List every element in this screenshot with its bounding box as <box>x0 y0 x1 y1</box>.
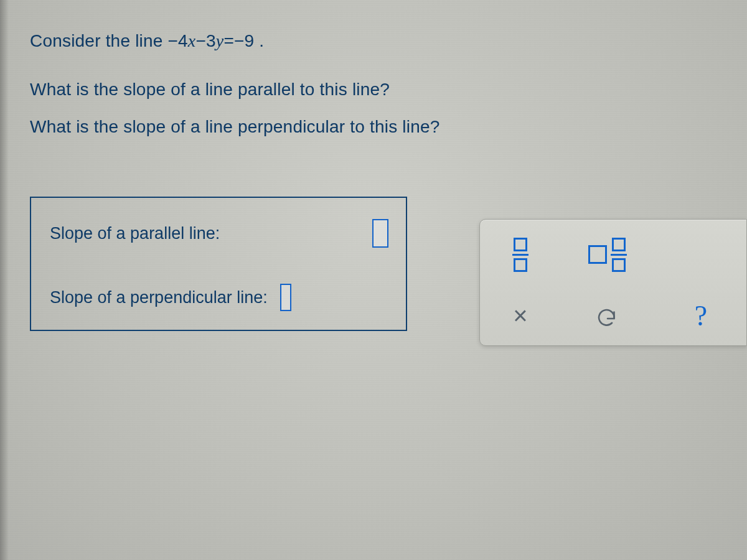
perpendicular-input[interactable] <box>280 284 291 311</box>
perpendicular-label: Slope of a perpendicular line: <box>50 288 268 307</box>
parallel-row: Slope of a parallel line: <box>50 219 388 248</box>
question-prefix: Consider the line <box>30 31 168 50</box>
help-button[interactable]: ? <box>654 286 747 345</box>
fraction-icon <box>512 238 529 272</box>
math-toolbox: × ? <box>479 219 747 346</box>
question-equation: −4x−3y=−9 <box>168 31 255 50</box>
parallel-input[interactable] <box>372 219 388 248</box>
x-clear-icon: × <box>513 302 527 330</box>
question-perpendicular: What is the slope of a line perpendicula… <box>30 117 722 137</box>
fraction-button[interactable] <box>480 223 561 286</box>
undo-button[interactable] <box>561 286 654 345</box>
mixed-fraction-button[interactable] <box>561 223 654 286</box>
question-suffix: . <box>259 31 264 50</box>
mixed-fraction-icon <box>588 238 627 272</box>
parallel-label: Slope of a parallel line: <box>50 224 220 243</box>
undo-icon <box>594 301 621 330</box>
perpendicular-row: Slope of a perpendicular line: <box>50 284 388 311</box>
question-equation-line: Consider the line −4x−3y=−9 . <box>30 31 722 51</box>
help-icon: ? <box>695 299 707 332</box>
question-parallel: What is the slope of a line parallel to … <box>30 80 722 100</box>
answer-box: Slope of a parallel line: Slope of a per… <box>30 197 407 331</box>
clear-button[interactable]: × <box>480 286 561 345</box>
